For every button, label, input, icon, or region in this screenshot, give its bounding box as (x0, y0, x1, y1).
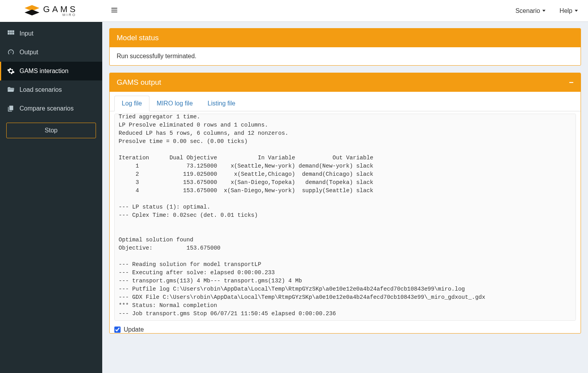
scenario-menu[interactable]: Scenario (508, 0, 552, 21)
content-area: Model status Run successfully terminated… (102, 22, 588, 373)
svg-rect-7 (12, 33, 14, 35)
sidebar-item-label: Compare scenarios (20, 105, 74, 112)
update-label[interactable]: Update (124, 326, 144, 333)
model-status-panel: Model status Run successfully terminated… (109, 28, 581, 66)
sidebar-toggle-button[interactable] (105, 4, 123, 18)
svg-rect-5 (8, 33, 10, 35)
model-status-header: Model status (110, 29, 581, 47)
logo-brand: GAMS (43, 5, 78, 14)
svg-marker-1 (25, 9, 39, 15)
log-text: Tried aggregator 1 time. LP Presolve eli… (115, 114, 576, 320)
svg-rect-4 (12, 30, 14, 32)
sidebar-item-label: Input (20, 30, 34, 37)
sidebar-nav: Input Output GAMS interaction Load scena… (0, 22, 102, 118)
svg-rect-10 (112, 10, 117, 11)
hamburger-icon (111, 8, 118, 15)
help-menu[interactable]: Help (552, 0, 585, 21)
sidebar-item-label: GAMS interaction (20, 68, 68, 75)
grid-icon (7, 30, 15, 37)
help-menu-label: Help (560, 7, 572, 14)
sidebar-item-label: Output (20, 49, 38, 56)
caret-down-icon (575, 10, 578, 12)
sidebar-item-compare-scenarios[interactable]: Compare scenarios (0, 99, 102, 118)
tab-log-file[interactable]: Log file (114, 96, 149, 111)
output-tabs: Log file MIRO log file Listing file (110, 92, 581, 111)
collapse-toggle[interactable]: − (569, 79, 574, 86)
sidebar-item-input[interactable]: Input (0, 24, 102, 43)
update-row: Update (110, 325, 581, 333)
sidebar-item-gams-interaction[interactable]: GAMS interaction (0, 62, 102, 80)
gams-output-panel: GAMS output − Log file MIRO log file Lis… (109, 73, 581, 334)
tab-miro-log-file[interactable]: MIRO log file (149, 96, 200, 111)
gams-output-header: GAMS output − (110, 73, 581, 92)
caret-down-icon (542, 10, 545, 12)
svg-rect-2 (8, 30, 10, 32)
topbar: Scenario Help (102, 0, 588, 22)
sidebar-item-load-scenarios[interactable]: Load scenarios (0, 80, 102, 99)
svg-rect-3 (10, 30, 12, 32)
gams-output-title: GAMS output (117, 78, 161, 87)
svg-rect-11 (112, 12, 117, 12)
svg-rect-6 (10, 33, 12, 35)
sidebar: GAMS MIRO Input Output GAMS interaction … (0, 0, 102, 373)
model-status-body: Run successfully terminated. (110, 47, 581, 65)
model-status-title: Model status (117, 34, 159, 42)
gear-icon (7, 67, 15, 75)
sidebar-item-label: Load scenarios (20, 86, 62, 93)
svg-rect-8 (9, 106, 13, 111)
logo-text-block: GAMS MIRO (43, 5, 78, 17)
stop-button[interactable]: Stop (6, 123, 96, 138)
tab-listing-file[interactable]: Listing file (200, 96, 243, 111)
gauge-icon (7, 48, 15, 56)
scenario-menu-label: Scenario (515, 7, 540, 14)
log-output-box[interactable]: Tried aggregator 1 time. LP Presolve eli… (114, 114, 576, 321)
logo-mark-icon (25, 5, 39, 17)
logo[interactable]: GAMS MIRO (0, 0, 102, 22)
sidebar-item-output[interactable]: Output (0, 43, 102, 62)
folder-open-icon (7, 86, 15, 94)
update-checkbox[interactable] (114, 327, 121, 333)
copy-icon (7, 105, 15, 112)
svg-rect-9 (112, 8, 117, 9)
